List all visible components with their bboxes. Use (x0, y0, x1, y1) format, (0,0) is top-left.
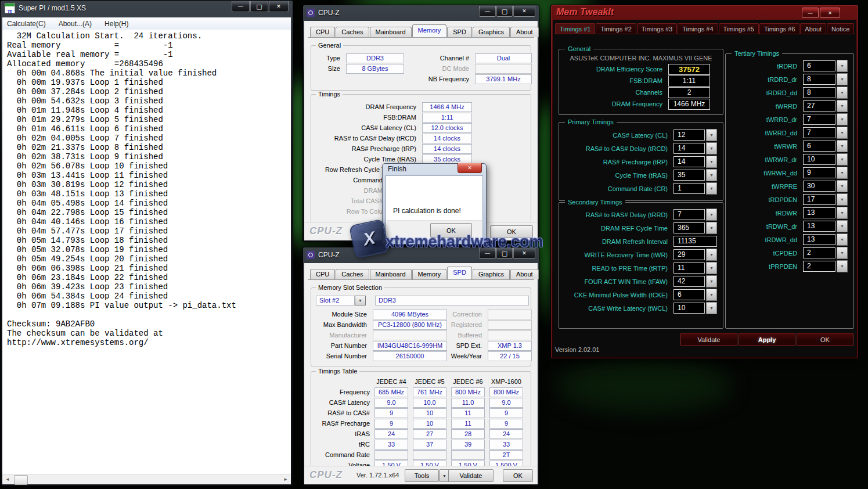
mt-field-value[interactable]: 9 (803, 167, 835, 178)
minimize-button[interactable] (479, 6, 496, 17)
dropdown-arrow-button[interactable] (706, 156, 717, 168)
dropdown-arrow-button[interactable] (837, 127, 848, 139)
dropdown-arrow-button[interactable] (706, 289, 717, 301)
dropdown-arrow-button[interactable] (706, 208, 717, 221)
mt-field-value[interactable]: 13 (803, 234, 835, 245)
dropdown-arrow-button[interactable] (706, 222, 717, 234)
tab-about[interactable]: About (510, 27, 539, 37)
tab-notice[interactable]: Notice (827, 23, 854, 34)
dropdown-arrow-button[interactable] (837, 233, 848, 246)
maximize-button[interactable] (496, 6, 513, 17)
tab-mainboard[interactable]: Mainboard (370, 27, 412, 37)
dropdown-arrow-button[interactable] (837, 167, 848, 179)
mt-field-value[interactable]: 14 (673, 156, 705, 167)
minimize-button[interactable] (479, 248, 496, 259)
apply-button[interactable]: Apply (739, 333, 795, 346)
mt-field-value[interactable]: 14 (673, 143, 705, 154)
mt-field-value[interactable]: 13 (803, 207, 835, 218)
dropdown-arrow-button[interactable] (706, 302, 717, 314)
dropdown-arrow-button[interactable] (706, 129, 717, 141)
close-button[interactable] (458, 163, 482, 173)
mt-field-value[interactable]: 12 (673, 130, 705, 141)
close-button[interactable] (513, 6, 535, 17)
ok-button[interactable]: OK (430, 223, 472, 238)
scroll-left-button[interactable] (3, 475, 12, 484)
mt-field-value[interactable]: 6 (803, 60, 835, 71)
tab-graphics[interactable]: Graphics (473, 27, 510, 37)
mt-field-value[interactable]: 6 (673, 289, 705, 300)
mt-field-value[interactable]: 7 (673, 209, 705, 220)
tab-memory[interactable]: Memory (412, 269, 447, 279)
mt-field-value[interactable]: 35 (673, 170, 705, 181)
dropdown-arrow-button[interactable] (706, 275, 717, 287)
mt-field-value[interactable]: 365 (673, 222, 705, 233)
dropdown-arrow-button[interactable] (706, 169, 717, 181)
tab-caches[interactable]: Caches (336, 27, 369, 37)
mt-field-value[interactable]: 10 (803, 154, 835, 165)
slot-select[interactable]: Slot #2 (316, 296, 355, 305)
close-button[interactable] (513, 248, 535, 259)
mt-field-value[interactable]: 2 (803, 247, 835, 258)
tab-timings-3[interactable]: Timings #3 (637, 23, 677, 34)
menu-item-helph[interactable]: Help(H) (105, 20, 128, 28)
mt-field-value[interactable]: 8 (803, 87, 835, 98)
close-button[interactable] (269, 1, 289, 12)
mt-field-value[interactable]: 7 (803, 127, 835, 138)
scroll-right-button[interactable] (281, 475, 290, 484)
menu-item-abouta[interactable]: About...(A) (59, 20, 92, 28)
mt-field-value[interactable]: 11135 (673, 236, 717, 247)
mt-field-value[interactable]: 13 (803, 221, 835, 232)
minimize-button[interactable] (232, 1, 250, 12)
maximize-button[interactable] (250, 1, 268, 12)
ok-button[interactable]: OK (490, 225, 533, 238)
mt-field-value[interactable]: 10 (673, 303, 705, 314)
tab-timings-2[interactable]: Timings #2 (596, 23, 636, 34)
mt-field-value[interactable]: 6 (803, 141, 835, 152)
mt-field-value[interactable]: 30 (803, 181, 835, 192)
tab-about[interactable]: About (510, 269, 539, 279)
mt-field-value[interactable]: 2 (803, 261, 835, 272)
tab-memory[interactable]: Memory (412, 24, 447, 37)
mt-field-value[interactable]: 1 (673, 183, 705, 194)
dropdown-arrow-button[interactable] (837, 180, 848, 192)
mt-field-value[interactable]: 17 (803, 194, 835, 205)
tab-mainboard[interactable]: Mainboard (370, 269, 412, 279)
mt-field-value[interactable]: 29 (673, 249, 705, 260)
dropdown-arrow-button[interactable] (837, 193, 848, 206)
slot-select-arrow[interactable] (355, 296, 366, 305)
dropdown-arrow-button[interactable] (837, 100, 848, 112)
tab-cpu[interactable]: CPU (310, 269, 335, 279)
dropdown-arrow-button[interactable] (837, 247, 848, 259)
dropdown-arrow-button[interactable] (706, 262, 717, 274)
dropdown-arrow-button[interactable] (837, 60, 848, 72)
close-button[interactable] (820, 8, 840, 18)
minimize-button[interactable] (802, 8, 819, 18)
tab-timings-4[interactable]: Timings #4 (678, 23, 718, 34)
validate-button[interactable]: Validate (680, 333, 737, 346)
ok-button[interactable]: OK (503, 469, 533, 482)
mt-field-value[interactable]: 42 (673, 276, 705, 287)
horizontal-scrollbar[interactable] (2, 474, 291, 484)
dropdown-arrow-button[interactable] (837, 140, 848, 152)
dropdown-arrow-button[interactable] (837, 220, 848, 232)
dropdown-arrow-button[interactable] (837, 87, 848, 99)
ok-button[interactable]: OK (797, 333, 853, 346)
tab-cpu[interactable]: CPU (310, 27, 335, 37)
tab-timings-6[interactable]: Timings #6 (759, 23, 799, 34)
tab-about[interactable]: About (800, 23, 826, 34)
dropdown-arrow-button[interactable] (837, 207, 848, 219)
dropdown-arrow-button[interactable] (837, 113, 848, 125)
tab-spd[interactable]: SPD (447, 267, 472, 279)
mt-field-value[interactable]: 7 (803, 114, 835, 125)
mt-field-value[interactable]: 27 (803, 100, 835, 112)
dropdown-arrow-button[interactable] (706, 249, 717, 261)
tab-graphics[interactable]: Graphics (473, 269, 510, 279)
tab-timings-1[interactable]: Timings #1 (555, 23, 595, 34)
dropdown-arrow-button[interactable] (837, 260, 848, 272)
dropdown-arrow-button[interactable] (837, 73, 848, 85)
scroll-thumb[interactable] (14, 475, 28, 485)
menu-item-calculatec[interactable]: Calculate(C) (7, 20, 46, 28)
validate-button[interactable]: Validate (448, 469, 494, 482)
maximize-button[interactable] (496, 248, 513, 259)
dropdown-arrow-button[interactable] (706, 182, 717, 195)
